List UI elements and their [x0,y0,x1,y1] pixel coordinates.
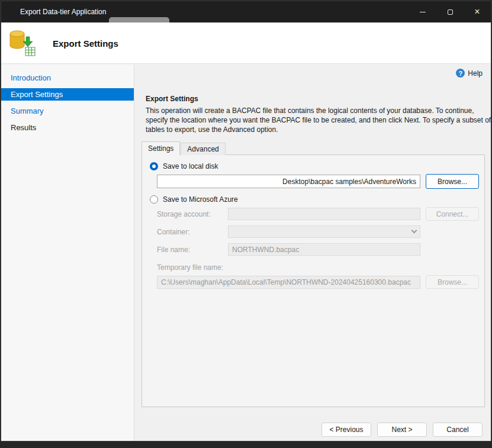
container-dropdown [228,225,420,238]
save-local-disk-label: Save to local disk [163,162,218,170]
tab-strip: Settings Advanced [142,141,226,155]
storage-account-input [228,208,420,220]
sidebar-item-introduction[interactable]: Introduction [1,72,134,84]
temp-file-name-label: Temporary file name: [157,263,223,272]
settings-tab-panel: Save to local disk Desktop\bacpac sample… [142,154,485,407]
chevron-down-icon [411,228,417,234]
browse-local-button[interactable]: Browse... [426,174,479,189]
help-button[interactable]: ? Help [456,69,483,78]
main-content: ? Help Export Settings This operation wi… [135,65,491,441]
minimize-icon [420,12,426,12]
database-export-icon [8,29,37,57]
close-icon: × [474,7,480,17]
storage-account-label: Storage account: [157,210,211,218]
titlebar: Export Data-tier Application × [1,1,491,22]
save-azure-row: Save to Microsoft Azure [150,195,238,204]
export-data-tier-dialog: Export Data-tier Application × Export Se… [1,1,491,441]
maximize-button[interactable] [436,1,464,22]
footer-buttons: < Previous Next > Cancel [321,423,483,437]
tab-settings[interactable]: Settings [142,141,180,155]
close-button[interactable]: × [464,1,491,22]
connect-button: Connect... [426,207,479,221]
section-heading: Export Settings [146,95,198,103]
help-label: Help [468,69,483,78]
container-label: Container: [157,228,189,236]
window-title: Export Data-tier Application [1,8,106,16]
caption-buttons: × [409,1,491,22]
tab-advanced[interactable]: Advanced [181,143,225,155]
file-name-label: File name: [157,246,190,254]
temp-file-name-input: C:\Users\maghan\AppData\Local\Temp\NORTH… [157,276,420,289]
wizard-header: Export Settings [1,22,491,64]
minimize-button[interactable] [409,1,436,22]
maximize-icon [448,9,453,15]
file-name-input: NORTHWND.bacpac [228,243,420,256]
save-azure-label: Save to Microsoft Azure [163,195,238,204]
browse-azure-button: Browse... [426,275,479,289]
sidebar-item-export-settings[interactable]: Export Settings [1,88,134,101]
sidebar-item-summary[interactable]: Summary [1,105,134,117]
local-path-input[interactable]: Desktop\bacpac samples\AdventureWorks [157,175,420,188]
save-local-disk-row: Save to local disk [150,162,218,170]
page-title: Export Settings [53,38,118,49]
save-local-disk-radio[interactable] [150,162,158,170]
wizard-steps-sidebar: Introduction Export Settings Summary Res… [1,65,134,441]
next-button[interactable]: Next > [377,423,427,437]
save-azure-radio[interactable] [150,195,158,204]
sidebar-item-results[interactable]: Results [1,121,134,134]
previous-button[interactable]: < Previous [321,423,371,437]
section-description: This operation will create a BACPAC file… [146,106,492,135]
help-icon: ? [456,69,465,78]
background-window-artifact [109,17,169,22]
cancel-button[interactable]: Cancel [433,423,483,437]
